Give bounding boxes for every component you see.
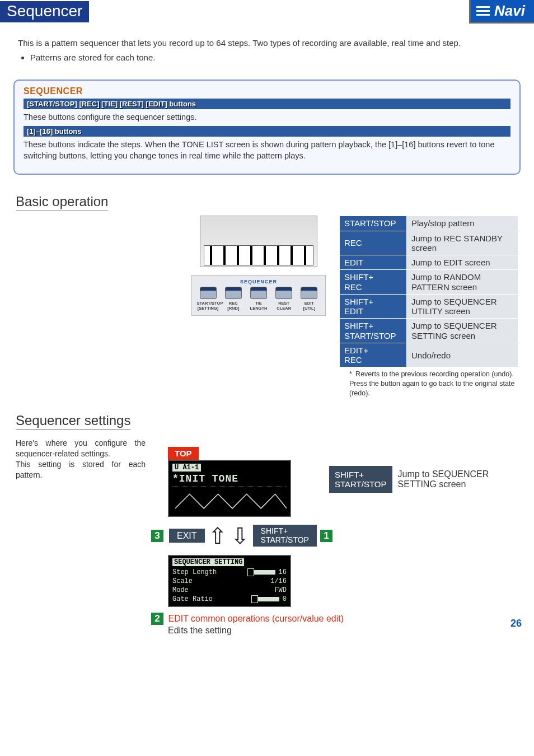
settings-blurb: Here's where you configure the sequencer… bbox=[0, 438, 146, 480]
hamburger-icon bbox=[476, 6, 490, 16]
page-number: 26 bbox=[510, 618, 522, 629]
buttons-bar-1: [START/STOP] [REC] [TIE] [REST] [EDIT] b… bbox=[24, 99, 510, 109]
page-title: Sequencer bbox=[0, 1, 89, 22]
operations-table: START/STOPPlay/stop pattern RECJump to R… bbox=[339, 216, 518, 367]
shift-startstop-pill: SHIFT+ START/STOP bbox=[253, 525, 317, 547]
buttons-bar-2: [1]–[16] buttons bbox=[24, 126, 510, 137]
intro-text: This is a pattern sequencer that lets yo… bbox=[0, 24, 534, 69]
step-1-badge: 1 bbox=[320, 530, 332, 542]
top-badge: TOP bbox=[168, 447, 199, 460]
basic-operation-heading: Basic operation bbox=[16, 194, 108, 211]
sequencer-settings-heading: Sequencer settings bbox=[16, 413, 130, 430]
lcd-top-screen: U A1-1 *INIT TONE bbox=[168, 460, 291, 517]
sequencer-panel: SEQUENCER [START/STOP] [REC] [TIE] [REST… bbox=[13, 80, 521, 175]
op-key: START/STOP bbox=[340, 216, 407, 231]
step-3-badge: 3 bbox=[151, 530, 163, 542]
panel-heading: SEQUENCER bbox=[24, 86, 510, 96]
navi-button[interactable]: Navi bbox=[469, 0, 534, 24]
step-2-callout: 2 EDIT common operations (cursor/value e… bbox=[151, 613, 515, 637]
op-desc: Play/stop pattern bbox=[407, 216, 518, 231]
sequencer-buttons-illustration: SEQUENCER START/STOP[SETTING] REC[RND] T… bbox=[191, 275, 326, 316]
arrow-down-icon: ⇩ bbox=[231, 525, 250, 547]
navi-label: Navi bbox=[494, 2, 525, 20]
undo-footnote: * Reverts to the previous recording oper… bbox=[339, 367, 518, 398]
lcd-setting-screen: SEQUENCER SETTING Step Length16 Scale1/1… bbox=[168, 555, 291, 607]
exit-pill: EXIT bbox=[169, 529, 205, 543]
synth-illustration bbox=[200, 216, 317, 267]
arrow-up-icon: ⇧ bbox=[208, 525, 227, 547]
